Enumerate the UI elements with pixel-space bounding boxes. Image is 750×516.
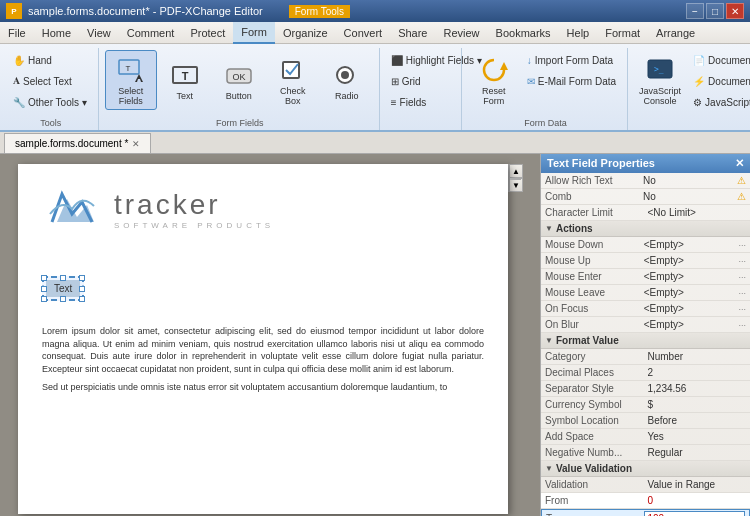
document-scroll-area[interactable]: tracker SOFTWARE PRODUCTS	[0, 154, 540, 516]
mouse-up-more[interactable]: ···	[739, 256, 747, 266]
js-console-label: JavaScriptConsole	[639, 86, 681, 106]
import-icon: ↓	[527, 55, 532, 66]
reset-form-button[interactable]: ResetForm	[468, 50, 520, 110]
minimize-button[interactable]: −	[686, 3, 704, 19]
document-actions-button[interactable]: ⚡ Document Actions	[688, 71, 750, 91]
prop-symbol-location: Symbol Location Before	[541, 413, 750, 429]
menu-bookmarks[interactable]: Bookmarks	[488, 22, 559, 44]
to-field-dropdown[interactable]: 100 ▼	[644, 511, 746, 516]
js-options-button[interactable]: ⚙ JavaScript Options	[688, 92, 750, 112]
other-tools-button[interactable]: 🔧 Other Tools ▾	[8, 92, 92, 112]
mouse-leave-more[interactable]: ···	[739, 288, 747, 298]
tab-close-button[interactable]: ✕	[132, 139, 140, 149]
on-focus-more[interactable]: ···	[739, 304, 747, 314]
panel-close-button[interactable]: ✕	[735, 157, 744, 170]
menu-home[interactable]: Home	[34, 22, 79, 44]
email-form-data-button[interactable]: ✉ E-Mail Form Data	[522, 71, 621, 91]
prop-on-focus: On Focus <Empty> ···	[541, 301, 750, 317]
format-section-header[interactable]: ▼ Format Value	[541, 333, 750, 349]
scroll-up-button[interactable]: ▲	[509, 164, 523, 178]
select-fields-icon: T	[115, 54, 147, 86]
scroll-down-button[interactable]: ▼	[509, 178, 523, 192]
actions-label: Actions	[556, 223, 593, 234]
ribbon-tools-items: ✋ Hand 𝐀 Select Text 🔧 Other Tools ▾	[8, 50, 92, 116]
document-js-icon: 📄	[693, 55, 705, 66]
hand-icon: ✋	[13, 55, 25, 66]
validation-collapse-icon: ▼	[545, 464, 553, 473]
document-js-button[interactable]: 📄 Document JavaScript	[688, 50, 750, 70]
prop-from: From 0	[541, 493, 750, 509]
tracker-logo: tracker SOFTWARE PRODUCTS	[42, 184, 484, 242]
menu-form[interactable]: Form	[233, 22, 275, 44]
menu-help[interactable]: Help	[559, 22, 598, 44]
menu-protect[interactable]: Protect	[182, 22, 233, 44]
reset-form-icon	[478, 54, 510, 86]
scroll-thumb[interactable]	[510, 178, 521, 180]
select-text-button[interactable]: 𝐀 Select Text	[8, 71, 92, 91]
hand-tool-button[interactable]: ✋ Hand	[8, 50, 92, 70]
select-fields-button[interactable]: T SelectFields	[105, 50, 157, 110]
validation-section-header[interactable]: ▼ Value Validation	[541, 461, 750, 477]
actions-collapse-icon: ▼	[545, 224, 553, 233]
import-form-data-button[interactable]: ↓ Import Form Data	[522, 50, 621, 70]
handle-mr[interactable]	[79, 286, 85, 292]
handle-bm[interactable]	[60, 296, 66, 302]
text-field-widget-container: Text	[42, 266, 84, 311]
prop-separator-style: Separator Style 1,234.56	[541, 381, 750, 397]
menu-convert[interactable]: Convert	[336, 22, 391, 44]
radio-field-button[interactable]: Radio	[321, 50, 373, 110]
text-field-icon: T	[169, 59, 201, 91]
js-console-button[interactable]: >_ JavaScriptConsole	[634, 50, 686, 110]
text-field-button[interactable]: T Text	[159, 50, 211, 110]
actions-section-header[interactable]: ▼ Actions	[541, 221, 750, 237]
mouse-enter-more[interactable]: ···	[739, 272, 747, 282]
menu-review[interactable]: Review	[435, 22, 487, 44]
button-field-button[interactable]: OK Button	[213, 50, 265, 110]
ribbon-js-items: >_ JavaScriptConsole 📄 Document JavaScri…	[634, 50, 750, 116]
menu-view[interactable]: View	[79, 22, 119, 44]
document-canvas: tracker SOFTWARE PRODUCTS	[0, 154, 540, 516]
js-actions-col: 📄 Document JavaScript ⚡ Document Actions…	[688, 50, 750, 112]
prop-char-limit: Character Limit <No Limit>	[541, 205, 750, 221]
allow-rich-text-warning: ⚠	[737, 175, 746, 186]
from-value: 0	[648, 495, 747, 506]
panel-title: Text Field Properties	[547, 157, 655, 170]
menu-comment[interactable]: Comment	[119, 22, 183, 44]
mouse-down-more[interactable]: ···	[739, 240, 747, 250]
prop-negative-numb: Negative Numb... Regular	[541, 445, 750, 461]
tracker-brand: tracker SOFTWARE PRODUCTS	[114, 189, 274, 230]
menu-arrange[interactable]: Arrange	[648, 22, 703, 44]
text-field-label: Text	[176, 91, 193, 101]
handle-ml[interactable]	[41, 286, 47, 292]
on-blur-more[interactable]: ···	[739, 320, 747, 330]
radio-icon	[331, 59, 363, 91]
document-tab[interactable]: sample.forms.document * ✕	[4, 133, 151, 153]
radio-label: Radio	[335, 91, 359, 101]
maximize-button[interactable]: □	[706, 3, 724, 19]
menu-share[interactable]: Share	[390, 22, 435, 44]
ribbon-group-tools: ✋ Hand 𝐀 Select Text 🔧 Other Tools ▾ Too…	[4, 48, 99, 130]
text-field-widget[interactable]: Text	[42, 276, 84, 301]
close-button[interactable]: ✕	[726, 3, 744, 19]
doc-tab-label: sample.forms.document *	[15, 138, 128, 149]
handle-tl[interactable]	[41, 275, 47, 281]
select-text-icon: 𝐀	[13, 75, 20, 87]
button-field-icon: OK	[223, 59, 255, 91]
menu-organize[interactable]: Organize	[275, 22, 336, 44]
ribbon-group-form-data: ResetForm ↓ Import Form Data ✉ E-Mail Fo…	[464, 48, 628, 130]
panel-header: Text Field Properties ✕	[541, 154, 750, 173]
doc-scrollbar: ▲ ▼	[508, 164, 522, 192]
menu-file[interactable]: File	[0, 22, 34, 44]
handle-tr[interactable]	[79, 275, 85, 281]
prop-mouse-leave: Mouse Leave <Empty> ···	[541, 285, 750, 301]
handle-bl[interactable]	[41, 296, 47, 302]
ribbon-form-data-items: ResetForm ↓ Import Form Data ✉ E-Mail Fo…	[468, 50, 621, 116]
checkbox-field-button[interactable]: CheckBox	[267, 50, 319, 110]
reset-form-label: ResetForm	[482, 86, 506, 106]
menu-format[interactable]: Format	[597, 22, 648, 44]
lorem-paragraph-1: Lorem ipsum dolor sit amet, consectetur …	[42, 325, 484, 375]
prop-currency-symbol: Currency Symbol $	[541, 397, 750, 413]
handle-tm[interactable]	[60, 275, 66, 281]
handle-br[interactable]	[79, 296, 85, 302]
ribbon-group-highlight: ⬛ Highlight Fields ▾ ⊞ Grid ≡ Fields	[382, 48, 462, 130]
